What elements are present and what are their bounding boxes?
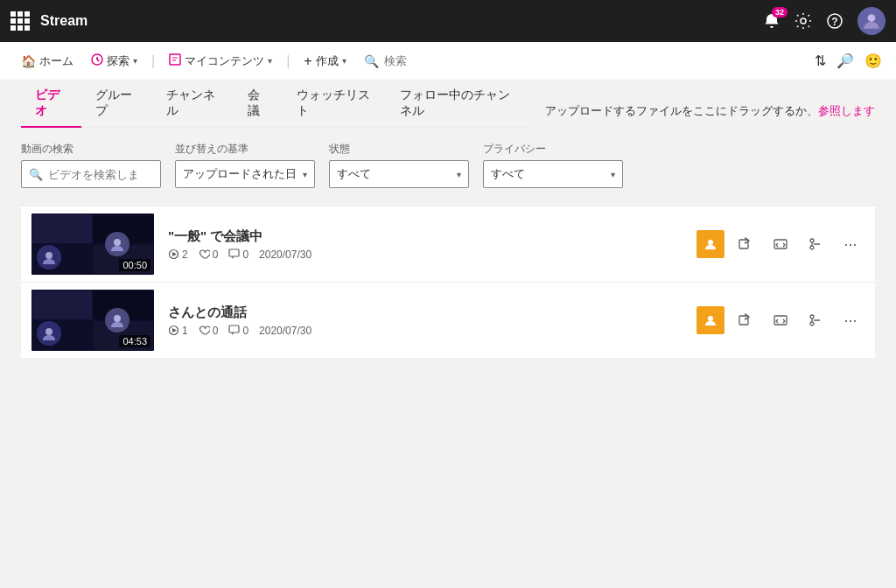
video-thumbnail-1[interactable]: 00:50 xyxy=(32,214,154,275)
thumb-avatar-2 xyxy=(105,232,130,256)
svg-point-0 xyxy=(801,18,806,24)
video-meta-2: 1 0 0 2020/07/30 xyxy=(168,325,682,337)
svg-point-18 xyxy=(114,315,121,322)
explore-icon xyxy=(91,53,103,68)
video-info-2: さんとの通話 1 0 0 2020/07/30 xyxy=(168,304,682,337)
svg-rect-11 xyxy=(229,249,239,256)
video-item: 00:50 "一般" で会議中 2 0 0 xyxy=(21,206,875,283)
thumb-avatar-1 xyxy=(37,245,61,270)
nav-divider-1: | xyxy=(151,53,155,69)
search-input[interactable] xyxy=(384,54,454,67)
video-duration-1: 00:50 xyxy=(119,259,150,271)
nav-mycontents[interactable]: マイコンテンツ ▾ xyxy=(162,42,279,80)
video-list: 00:50 "一般" で会議中 2 0 0 xyxy=(21,206,875,359)
trim-button-1[interactable] xyxy=(802,230,830,258)
tab-watchlist[interactable]: ウォッチリスト xyxy=(283,80,386,128)
video-views-1: 2 xyxy=(168,248,188,261)
create-plus-icon: + xyxy=(304,53,312,69)
svg-point-8 xyxy=(114,239,121,246)
video-likes-2: 0 xyxy=(199,325,219,337)
video-date-2: 2020/07/30 xyxy=(259,325,312,337)
svg-rect-23 xyxy=(739,316,748,325)
video-comments-1: 0 xyxy=(228,248,248,261)
svg-text:?: ? xyxy=(831,16,837,28)
privacy-dropdown-icon: ▾ xyxy=(611,170,615,179)
top-nav-right: 32 ? xyxy=(763,7,886,35)
emoji-icon[interactable]: 🙂 xyxy=(864,52,882,69)
video-actions-2: ··· xyxy=(696,306,864,334)
thumb-avatar-3 xyxy=(37,321,61,346)
video-info-1: "一般" で会議中 2 0 0 2020/07/30 xyxy=(168,228,682,261)
tab-group[interactable]: グループ xyxy=(81,80,152,128)
video-actions-1: ··· xyxy=(696,230,864,258)
filter-status-label: 状態 xyxy=(329,142,469,157)
svg-point-22 xyxy=(708,316,713,321)
permissions-button-2[interactable] xyxy=(696,306,724,334)
embed-button-1[interactable] xyxy=(766,230,794,258)
sort-icon[interactable]: ⇅ xyxy=(815,52,826,69)
video-title-2: さんとの通話 xyxy=(168,304,682,321)
svg-point-4 xyxy=(868,14,876,22)
top-navigation: Stream 32 ? xyxy=(0,0,896,42)
tab-video[interactable]: ビデオ xyxy=(21,80,81,128)
person-search-icon[interactable]: 🔎 xyxy=(836,52,854,69)
permissions-button-1[interactable] xyxy=(696,230,724,258)
filter-privacy-group: プライバシー すべて ▾ xyxy=(483,142,623,188)
video-date-1: 2020/07/30 xyxy=(259,248,312,261)
sub-nav-right-actions: ⇅ 🔎 🙂 xyxy=(815,52,882,69)
filter-search-group: 動画の検索 🔍 xyxy=(21,142,161,188)
nav-create[interactable]: + 作成 ▾ xyxy=(297,42,353,80)
app-title: Stream xyxy=(40,13,88,29)
filter-search-input-wrap: 🔍 xyxy=(21,160,161,188)
video-title-1: "一般" で会議中 xyxy=(168,228,682,245)
embed-button-2[interactable] xyxy=(766,306,794,334)
video-views-2: 1 xyxy=(168,325,188,337)
sub-navigation: 🏠 ホーム 探索 ▾ | マイコンテンツ ▾ | + 作成 ▾ 🔍 ⇅ 🔎 🙂 xyxy=(0,42,896,80)
share-button-2[interactable] xyxy=(732,306,760,334)
notification-badge: 32 xyxy=(772,7,788,18)
svg-marker-10 xyxy=(172,252,177,256)
nav-search: 🔍 xyxy=(364,54,454,68)
explore-dropdown-icon: ▾ xyxy=(133,56,137,66)
share-button-1[interactable] xyxy=(732,230,760,258)
video-likes-1: 0 xyxy=(199,248,219,261)
app-grid-icon[interactable] xyxy=(10,11,30,31)
upload-bar: アップロードするファイルをここにドラッグするか、参照します xyxy=(545,103,875,119)
tab-channel[interactable]: チャンネル xyxy=(152,80,234,128)
filter-sort-label: 並び替えの基準 xyxy=(175,142,315,157)
svg-rect-21 xyxy=(229,326,239,332)
trim-button-2[interactable] xyxy=(802,306,830,334)
home-icon: 🏠 xyxy=(21,54,36,68)
filter-search-input[interactable] xyxy=(48,168,153,181)
video-duration-2: 04:53 xyxy=(119,335,150,347)
user-avatar[interactable] xyxy=(858,7,886,35)
tab-meeting[interactable]: 会議 xyxy=(234,80,283,128)
help-button[interactable]: ? xyxy=(826,12,844,30)
tab-followed-channels[interactable]: フォロー中のチャンネル xyxy=(386,80,531,128)
filter-privacy-label: プライバシー xyxy=(483,142,623,157)
svg-point-12 xyxy=(708,240,713,245)
filter-status-select[interactable]: すべて ▾ xyxy=(329,160,469,188)
more-button-1[interactable]: ··· xyxy=(836,230,864,258)
svg-rect-13 xyxy=(739,240,748,248)
status-dropdown-icon: ▾ xyxy=(457,170,461,179)
more-button-2[interactable]: ··· xyxy=(836,306,864,334)
settings-button[interactable] xyxy=(794,12,812,30)
search-icon: 🔍 xyxy=(364,54,379,68)
nav-explore[interactable]: 探索 ▾ xyxy=(84,42,144,80)
tabs-row: ビデオ グループ チャンネル 会議 ウォッチリスト フォロー中のチャンネル アッ… xyxy=(21,80,875,142)
filter-search-label: 動画の検索 xyxy=(21,142,161,157)
svg-point-7 xyxy=(46,252,52,259)
svg-point-17 xyxy=(46,328,52,335)
filter-privacy-select[interactable]: すべて ▾ xyxy=(483,160,623,188)
create-dropdown-icon: ▾ xyxy=(342,56,346,66)
nav-home[interactable]: 🏠 ホーム xyxy=(14,42,80,80)
svg-marker-20 xyxy=(172,328,177,332)
filter-sort-select[interactable]: アップロードされた日 ▾ xyxy=(175,160,315,188)
thumb-avatar-4 xyxy=(105,308,130,332)
video-thumbnail-2[interactable]: 04:53 xyxy=(32,290,154,351)
content-tabs: ビデオ グループ チャンネル 会議 ウォッチリスト フォロー中のチャンネル xyxy=(21,80,531,128)
notification-button[interactable]: 32 xyxy=(763,12,780,30)
upload-link[interactable]: 参照します xyxy=(818,104,875,117)
filter-status-group: 状態 すべて ▾ xyxy=(329,142,469,188)
